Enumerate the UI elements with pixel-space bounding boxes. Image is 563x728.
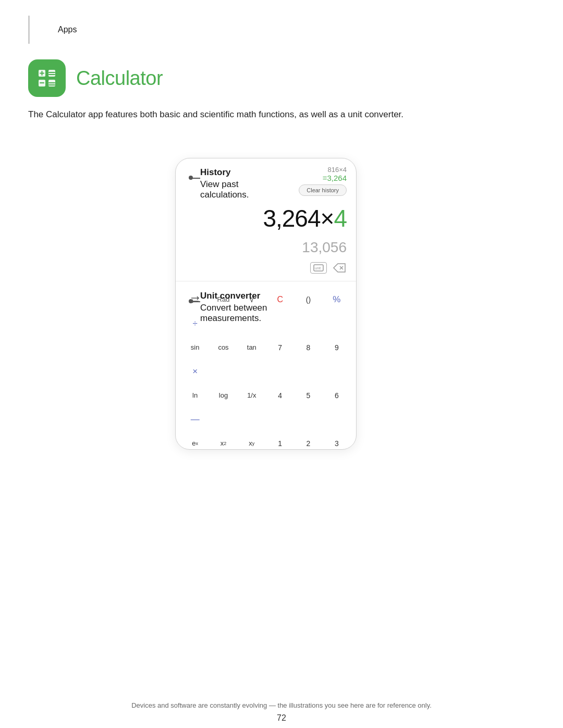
page-description: The Calculator app features both basic a… bbox=[28, 107, 476, 121]
button-row-4: ex x2 xy 1 2 3 + bbox=[181, 431, 351, 450]
page-title: Calculator bbox=[76, 67, 163, 90]
unit-converter-annotation-label: Unit converter Convert betweenmeasuremen… bbox=[200, 291, 267, 324]
calc-converter-bar: unit bbox=[176, 260, 356, 279]
illustration-area: 816×4 =3,264 Clear history 3,264×4 13,05… bbox=[28, 142, 535, 450]
btn-7[interactable]: 7 bbox=[266, 336, 294, 360]
footer-disclaimer: Devices and software are constantly evol… bbox=[0, 701, 563, 709]
btn-3[interactable]: 3 bbox=[323, 431, 351, 450]
btn-4[interactable]: 4 bbox=[266, 384, 294, 408]
calc-divider bbox=[176, 281, 356, 281]
btn-1[interactable]: 1 bbox=[266, 431, 294, 450]
unit-converter-icon[interactable]: unit bbox=[310, 262, 327, 274]
svg-rect-1 bbox=[48, 70, 55, 77]
backspace-icon[interactable] bbox=[332, 262, 347, 274]
calc-clear-button[interactable]: Clear history bbox=[299, 184, 347, 196]
btn-sin[interactable]: sin bbox=[181, 336, 209, 360]
calc-expr-highlight: 4 bbox=[334, 205, 347, 232]
calculator-icon bbox=[35, 67, 58, 90]
calc-expr-text: 3,264× bbox=[263, 205, 334, 232]
button-row-2: sin cos tan 7 8 9 × bbox=[181, 336, 351, 384]
app-icon bbox=[28, 59, 66, 97]
btn-reciprocal[interactable]: 1/x bbox=[238, 384, 266, 408]
button-row-3: ln log 1/x 4 5 6 — bbox=[181, 384, 351, 431]
history-annotation: History View pastcalculations. bbox=[200, 167, 249, 200]
breadcrumb-label: Apps bbox=[58, 25, 77, 34]
btn-power[interactable]: xy bbox=[238, 431, 266, 450]
history-annotation-label: History View pastcalculations. bbox=[200, 167, 249, 200]
calc-result-value: 13,056 bbox=[302, 239, 347, 256]
breadcrumb: Apps bbox=[28, 16, 535, 44]
footer-page-number: 72 bbox=[0, 713, 563, 723]
btn-subtract[interactable]: — bbox=[181, 408, 209, 431]
btn-multiply[interactable]: × bbox=[181, 360, 209, 384]
page-header: Calculator bbox=[28, 59, 535, 97]
btn-clear[interactable]: C bbox=[266, 288, 294, 312]
unit-converter-annotation: Unit converter Convert betweenmeasuremen… bbox=[200, 291, 267, 324]
btn-log[interactable]: log bbox=[209, 384, 237, 408]
calc-main-expression: 3,264×4 bbox=[185, 205, 347, 232]
unit-converter-description: Convert betweenmeasurements. bbox=[200, 303, 267, 323]
page-footer: Devices and software are constantly evol… bbox=[0, 701, 563, 723]
btn-parens[interactable]: () bbox=[294, 288, 322, 312]
history-description: View pastcalculations. bbox=[200, 179, 249, 200]
calc-display: 3,264×4 bbox=[176, 205, 356, 237]
btn-5[interactable]: 5 bbox=[294, 384, 322, 408]
btn-6[interactable]: 6 bbox=[323, 384, 351, 408]
btn-cos[interactable]: cos bbox=[209, 336, 237, 360]
btn-2[interactable]: 2 bbox=[294, 431, 322, 450]
btn-square[interactable]: x2 bbox=[209, 431, 237, 450]
btn-exp[interactable]: ex bbox=[181, 431, 209, 450]
unit-converter-title: Unit converter bbox=[200, 291, 267, 301]
btn-percent[interactable]: % bbox=[323, 288, 351, 312]
history-title: History bbox=[200, 167, 249, 178]
btn-tan[interactable]: tan bbox=[238, 336, 266, 360]
calc-result-row: 13,056 bbox=[176, 237, 356, 260]
btn-8[interactable]: 8 bbox=[294, 336, 322, 360]
btn-ln[interactable]: ln bbox=[181, 384, 209, 408]
svg-text:unit: unit bbox=[315, 266, 321, 270]
btn-9[interactable]: 9 bbox=[323, 336, 351, 360]
